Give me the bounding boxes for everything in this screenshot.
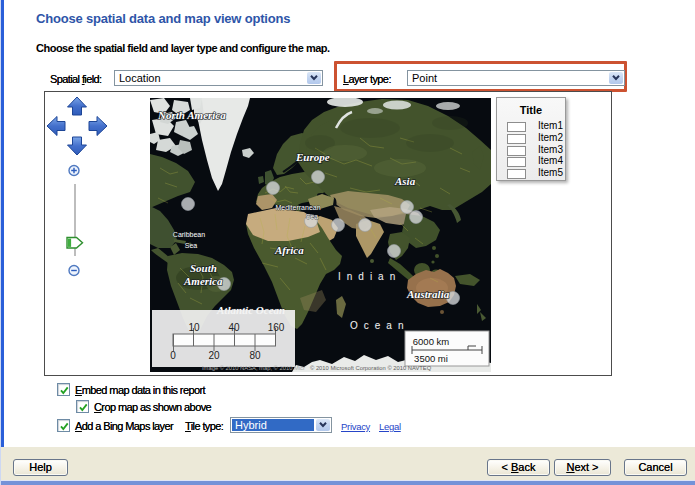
svg-text:Sea: Sea	[185, 242, 198, 249]
svg-text:20: 20	[208, 350, 220, 361]
svg-text:160: 160	[268, 322, 285, 333]
svg-text:Mediterranean: Mediterranean	[275, 204, 320, 211]
svg-text:Europe: Europe	[295, 151, 330, 163]
svg-text:10: 10	[188, 322, 200, 333]
svg-text:3500 mi: 3500 mi	[414, 353, 448, 364]
svg-text:40: 40	[228, 322, 240, 333]
svg-text:80: 80	[249, 350, 261, 361]
svg-text:North America: North America	[157, 109, 226, 121]
svg-text:© 2010 Microsoft Corporation ©: © 2010 Microsoft Corporation © 2010 NAVT…	[310, 365, 432, 371]
svg-text:Australia: Australia	[406, 288, 450, 300]
svg-text:Africa: Africa	[274, 244, 304, 256]
svg-text:Indian: Indian	[338, 271, 401, 282]
svg-text:Ocean: Ocean	[350, 320, 409, 331]
svg-text:Caribbean: Caribbean	[173, 231, 205, 238]
svg-text:0: 0	[170, 350, 176, 361]
svg-text:Asia: Asia	[394, 175, 416, 187]
svg-text:Image © 2010 NASA, map, © 2010: Image © 2010 NASA, map, © 2010 Micr	[202, 365, 305, 371]
svg-text:Sea: Sea	[306, 213, 319, 220]
svg-text:South: South	[190, 262, 217, 274]
svg-text:6000 km: 6000 km	[413, 336, 450, 347]
svg-text:America: America	[183, 275, 223, 287]
